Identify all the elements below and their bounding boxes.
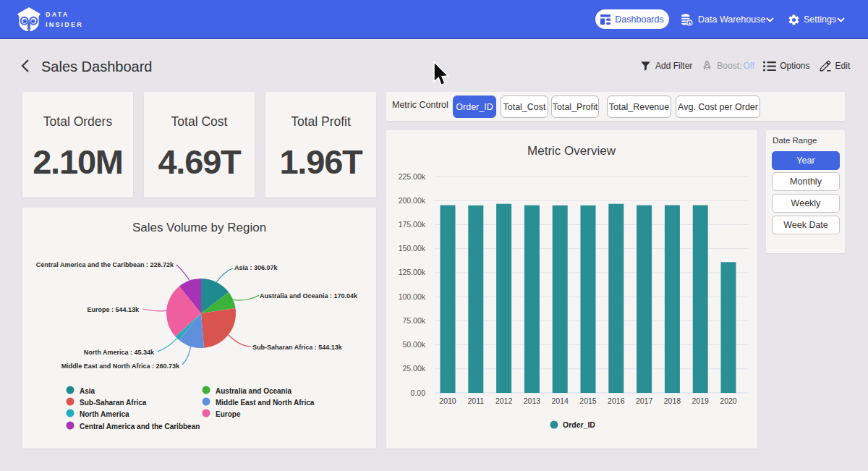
svg-text:Sub-Saharan Africa : 544.13k: Sub-Saharan Africa : 544.13k <box>252 344 343 351</box>
svg-text:North America : 45.34k: North America : 45.34k <box>84 349 155 356</box>
svg-text:0.00: 0.00 <box>411 389 426 397</box>
svg-text:200.00k: 200.00k <box>399 196 426 205</box>
svg-text:Australia and Oceania : 170.04: Australia and Oceania : 170.04k <box>260 292 358 300</box>
svg-text:Middle East and North Africa :: Middle East and North Africa : 260.73k <box>61 362 180 370</box>
svg-text:2018: 2018 <box>664 396 681 405</box>
svg-text:2019: 2019 <box>692 396 710 405</box>
svg-text:2012: 2012 <box>495 396 513 405</box>
svg-text:225.00k: 225.00k <box>399 172 426 181</box>
svg-text:Sub-Saharan Africa: Sub-Saharan Africa <box>80 399 147 407</box>
svg-text:Europe: Europe <box>216 410 241 418</box>
svg-text:Order_ID: Order_ID <box>563 420 595 429</box>
svg-text:2020: 2020 <box>720 396 737 405</box>
svg-text:2011: 2011 <box>468 396 485 405</box>
svg-text:100.00k: 100.00k <box>399 292 426 301</box>
svg-text:25.00k: 25.00k <box>402 364 425 373</box>
svg-text:50.00k: 50.00k <box>402 340 425 349</box>
svg-text:Central America and the Caribb: Central America and the Caribbean : 226.… <box>36 261 174 268</box>
svg-text:Central America and the Caribb: Central America and the Caribbean <box>80 423 200 430</box>
svg-text:2013: 2013 <box>524 396 541 405</box>
svg-text:2015: 2015 <box>579 396 597 405</box>
svg-text:Asia : 306.07k: Asia : 306.07k <box>234 264 278 271</box>
svg-text:2014: 2014 <box>552 396 569 405</box>
svg-text:Australia and Oceania: Australia and Oceania <box>216 387 292 395</box>
svg-text:175.00k: 175.00k <box>399 220 426 229</box>
svg-text:Middle East and North Africa: Middle East and North Africa <box>216 399 315 407</box>
svg-text:2016: 2016 <box>608 396 625 405</box>
svg-text:Metric Overview: Metric Overview <box>527 144 616 158</box>
svg-text:Asia: Asia <box>80 387 95 395</box>
svg-text:2017: 2017 <box>636 396 653 405</box>
svg-text:75.00k: 75.00k <box>402 316 425 325</box>
svg-text:2010: 2010 <box>439 396 456 405</box>
svg-text:125.00k: 125.00k <box>399 268 426 276</box>
svg-text:North America: North America <box>80 410 129 418</box>
svg-text:150.00k: 150.00k <box>399 244 426 253</box>
svg-text:Europe : 544.13k: Europe : 544.13k <box>87 306 140 313</box>
